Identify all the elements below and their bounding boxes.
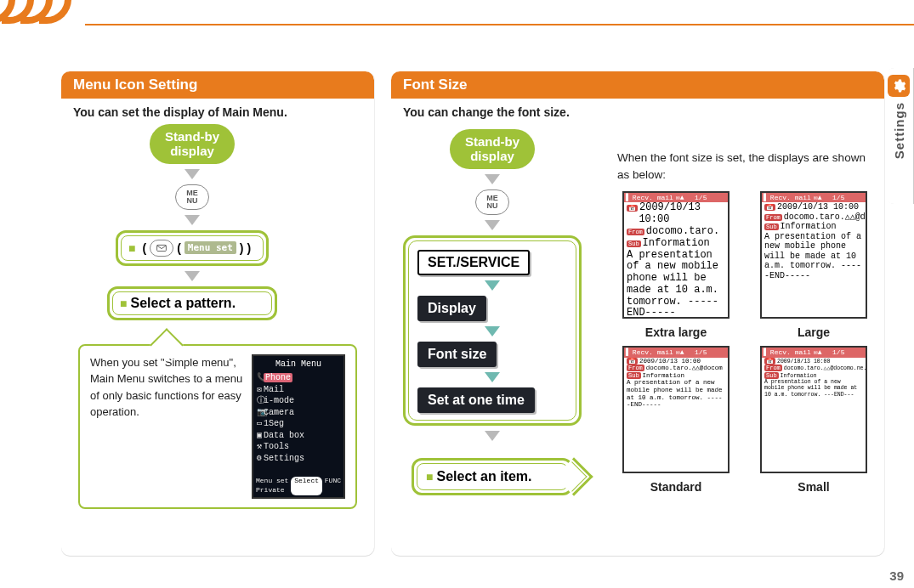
simple-menu-note: When you set "Simple menu", Main Menu sw… [90, 354, 243, 499]
arrow-down-icon [185, 215, 200, 225]
panel-header: Menu Icon Setting [61, 71, 374, 99]
menu-key: ME NU [475, 189, 509, 215]
arrow-down-icon [485, 372, 500, 382]
arrow-down-icon [485, 174, 500, 184]
arrow-down-icon [485, 280, 500, 291]
panel-font-size: Font Size You can change the font size. … [391, 71, 884, 556]
font-size-preview-block: When the font size is set, the displays … [617, 150, 872, 496]
menu-set-step: ■ ( (Menu set) ) [128, 240, 251, 257]
panel-menu-icon-setting: Menu Icon Setting You can set the displa… [61, 71, 374, 556]
section-tab-label: Settings [892, 102, 906, 159]
panel-description: You can set the display of Main Menu. [73, 105, 362, 119]
select-pattern-step: Select a pattern. [130, 296, 236, 310]
step-font-size: Font size [417, 342, 497, 367]
step-set-service: SET./SERVICE [417, 250, 530, 275]
label-large: Large [798, 324, 830, 341]
page-header-ornament [0, 0, 914, 51]
preview-extra-large: ▋Recv. mail✉▲ 1/5 📅2009/10/13 10:00 From… [622, 191, 729, 319]
label-extra-large: Extra large [645, 324, 707, 341]
section-tab: Settings [883, 68, 914, 204]
preview-small: ▋Recv. mail✉▲ 1/5 📅2009/10/13 10:00 From… [760, 346, 867, 473]
select-item-step: ■Select an item. [412, 458, 573, 495]
preview-standard: ▋Recv. mail✉▲ 1/5 📅2009/10/13 10:00 From… [622, 346, 729, 473]
arrow-down-icon [185, 271, 200, 281]
menu-path-frame: SET./SERVICE Display Font size Set at on… [403, 235, 582, 426]
main-menu-screenshot: Main Menu 📞Phone ✉Mail ⓘi-mode 📷Camera ▭… [252, 354, 345, 499]
arrow-down-icon [485, 326, 500, 336]
arrow-down-icon [485, 431, 500, 441]
arrow-down-icon [485, 220, 500, 230]
gear-icon [888, 75, 910, 97]
arrow-down-icon [185, 169, 200, 179]
standby-pill: Stand-by display [450, 129, 535, 169]
panel-header: Font Size [391, 71, 884, 99]
info-lead-text: When the font size is set, the displays … [617, 150, 872, 183]
mail-icon [150, 240, 173, 257]
standby-pill: Stand-by display [150, 124, 235, 164]
menu-key: ME NU [175, 184, 209, 210]
svg-rect-0 [157, 245, 167, 251]
step-set-at-one-time: Set at one time [417, 387, 535, 413]
preview-large: ▋Recv. mail✉▲ 1/5 📅2009/10/13 10:00 From… [760, 191, 867, 319]
panel-description: You can change the font size. [403, 105, 872, 119]
label-standard: Standard [650, 478, 702, 495]
label-small: Small [798, 478, 829, 495]
step-display: Display [417, 296, 486, 321]
page-number: 39 [889, 568, 904, 583]
